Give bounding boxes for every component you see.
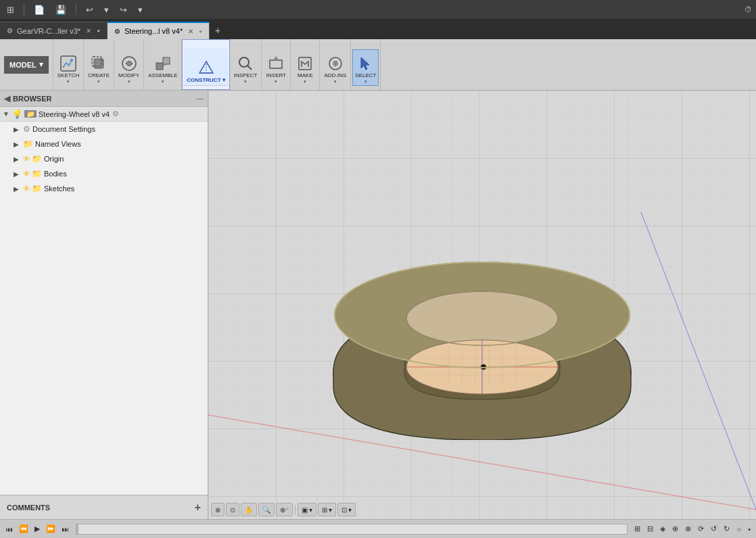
timeline-icon-4[interactable]: ⊕ [669, 523, 681, 535]
timeline-slider[interactable] [76, 524, 628, 535]
modify-button[interactable]: MODIFY ▾ [116, 49, 142, 86]
make-button[interactable]: MAKE ▾ [292, 49, 318, 86]
model-mode-button[interactable]: MODEL ▾ [4, 56, 49, 74]
sketch-group-label [53, 86, 83, 90]
browser-header-left: ◀ BROWSER [4, 94, 51, 103]
addins-group-label [320, 86, 350, 90]
timeline-start-button[interactable]: ⏮ [3, 524, 16, 535]
tab-gearvr[interactable]: ⚙ GearVR-C...ller v3* ✕ ● [0, 22, 108, 39]
timeline-icon-1[interactable]: ⊞ [632, 523, 643, 535]
save-icon[interactable]: 💾 [53, 3, 69, 16]
timeline-icon-6[interactable]: ⟳ [695, 523, 707, 535]
tab-gearvr-close[interactable]: ✕ [86, 27, 91, 34]
doc-settings-gear-icon: ⚙ [23, 124, 30, 134]
vp-sep-1 [295, 505, 296, 514]
separator-2 [76, 4, 76, 15]
modify-icon [120, 55, 138, 72]
create-buttons: CREATE ▾ [84, 41, 114, 86]
timeline-prev-button[interactable]: ⏪ [16, 523, 31, 535]
apps-icon[interactable]: ⊞ [4, 3, 17, 16]
undo-arrow-icon[interactable]: ▾ [101, 3, 112, 16]
addins-buttons: ADD-INS ▾ [320, 41, 350, 86]
timeline-icon-10[interactable]: • [745, 523, 753, 535]
timeline-play-button[interactable]: ▶ [32, 523, 43, 535]
model-mode-label: MODEL [9, 61, 37, 69]
origin-folder-icon: 📁 [32, 154, 42, 164]
tab-steering[interactable]: ⚙ Steering...l v8 v4* ✕ ● [108, 22, 210, 39]
construct-button[interactable]: CONSTRUCT ▾ [184, 49, 227, 85]
browser-minimize-button[interactable]: — [196, 95, 204, 103]
sketch-label: SKETCH [57, 73, 79, 79]
timeline-end-button[interactable]: ⏭ [59, 524, 72, 535]
comments-plus-icon[interactable]: + [195, 502, 201, 514]
zoom-fit-button[interactable]: ⊕⁻ [276, 503, 293, 516]
tree-sketches[interactable]: ▶ 👁 📁 Sketches [0, 181, 208, 196]
timeline-icon-5[interactable]: ⊗ [682, 523, 694, 535]
insert-label: INSERT [266, 73, 286, 79]
view-options-button[interactable]: ⊡ ▾ [337, 503, 356, 516]
inspect-group: INSPECT ▾ [230, 39, 262, 90]
select-arrow: ▾ [364, 79, 367, 84]
display-settings-button[interactable]: ▣ ▾ [298, 503, 316, 516]
addins-group: ADD-INS ▾ [320, 39, 351, 90]
insert-icon [267, 55, 285, 72]
svg-rect-6 [163, 57, 170, 64]
collapse-browser-button[interactable]: ◀ [4, 94, 10, 103]
tab-steering-indicator: ● [199, 28, 202, 34]
timeline-controls: ⏮ ⏪ ▶ ⏩ ⏭ [3, 523, 72, 535]
origin-arrow: ▶ [14, 155, 23, 163]
pan-button[interactable]: ✋ [241, 503, 257, 516]
tree-document-settings[interactable]: ▶ ⚙ Document Settings [0, 122, 208, 137]
addins-button[interactable]: ADD-INS ▾ [321, 49, 349, 86]
orbit-button[interactable]: ⊕ [211, 503, 225, 516]
svg-rect-13 [270, 60, 282, 68]
zoom-region-button[interactable]: 🔍 [258, 503, 275, 516]
tree-named-views[interactable]: ▶ 📁 Named Views [0, 137, 208, 151]
modify-group-label [114, 86, 143, 90]
sketch-button[interactable]: SKETCH ▾ [55, 49, 82, 86]
3d-model-svg [313, 170, 651, 440]
modify-buttons: MODIFY ▾ [114, 41, 143, 86]
assemble-buttons: ASSEMBLE ▾ [144, 41, 181, 86]
pan-orbit-button[interactable]: ⊙ [226, 503, 239, 516]
tab-steering-close[interactable]: ✕ [188, 28, 193, 35]
comments-panel[interactable]: COMMENTS + [0, 495, 208, 519]
zoom-region-icon: 🔍 [262, 506, 270, 514]
root-label: Steering-Wheel v8 v4 [39, 110, 110, 118]
grid-arrow: ▾ [329, 506, 332, 514]
tree-bodies[interactable]: ▶ 👁 📁 Bodies [0, 166, 208, 181]
timeline-icon-7[interactable]: ↺ [708, 523, 719, 535]
model-dropdown-arrow: ▾ [39, 60, 43, 69]
make-icon [296, 55, 314, 72]
timeline-icon-8[interactable]: ↻ [721, 523, 732, 535]
undo-icon[interactable]: ↩ [83, 3, 96, 16]
svg-rect-5 [156, 63, 163, 70]
new-tab-button[interactable]: + [210, 22, 226, 39]
assemble-label: ASSEMBLE [148, 73, 177, 79]
assemble-button[interactable]: ASSEMBLE ▾ [145, 49, 180, 86]
tree-origin[interactable]: ▶ 👁 📁 Origin [0, 151, 208, 166]
addins-label: ADD-INS [324, 73, 346, 79]
timeline-icon-9[interactable]: ○ [734, 523, 744, 535]
construct-buttons: CONSTRUCT ▾ [183, 41, 229, 85]
inspect-button[interactable]: INSPECT ▾ [231, 49, 260, 86]
timeline-bar: ⏮ ⏪ ▶ ⏩ ⏭ ⊞ ⊟ ◈ ⊕ ⊗ ⟳ ↺ ↻ ○ • [0, 519, 756, 538]
separator-1 [24, 4, 24, 15]
create-button[interactable]: CREATE ▾ [85, 49, 112, 86]
viewport[interactable]: ⊕ ⊙ ✋ 🔍 ⊕⁻ ▣ ▾ ⊞ ▾ ⊡ [208, 91, 756, 519]
redo-arrow-icon[interactable]: ▾ [135, 3, 145, 16]
timeline-next-button[interactable]: ⏩ [43, 523, 58, 535]
grid-settings-button[interactable]: ⊞ ▾ [318, 503, 336, 516]
new-file-icon[interactable]: 📄 [31, 3, 47, 16]
timeline-icon-2[interactable]: ⊟ [644, 523, 656, 535]
inspect-group-label [230, 86, 262, 90]
viewport-controls: ⊕ ⊙ ✋ 🔍 ⊕⁻ ▣ ▾ ⊞ ▾ ⊡ [208, 500, 756, 519]
insert-button[interactable]: INSERT ▾ [263, 49, 289, 86]
redo-icon[interactable]: ↪ [117, 3, 130, 16]
origin-label: Origin [44, 155, 64, 163]
select-button[interactable]: SELECT ▾ [352, 49, 379, 86]
tab-steering-label: Steering...l v8 v4* [124, 27, 183, 35]
tab-gearvr-label: GearVR-C...ller v3* [17, 27, 80, 35]
timeline-icon-3[interactable]: ◈ [657, 523, 668, 535]
tree-root[interactable]: ▼ 💡 📁 Steering-Wheel v8 v4 ⚙ [0, 107, 208, 122]
